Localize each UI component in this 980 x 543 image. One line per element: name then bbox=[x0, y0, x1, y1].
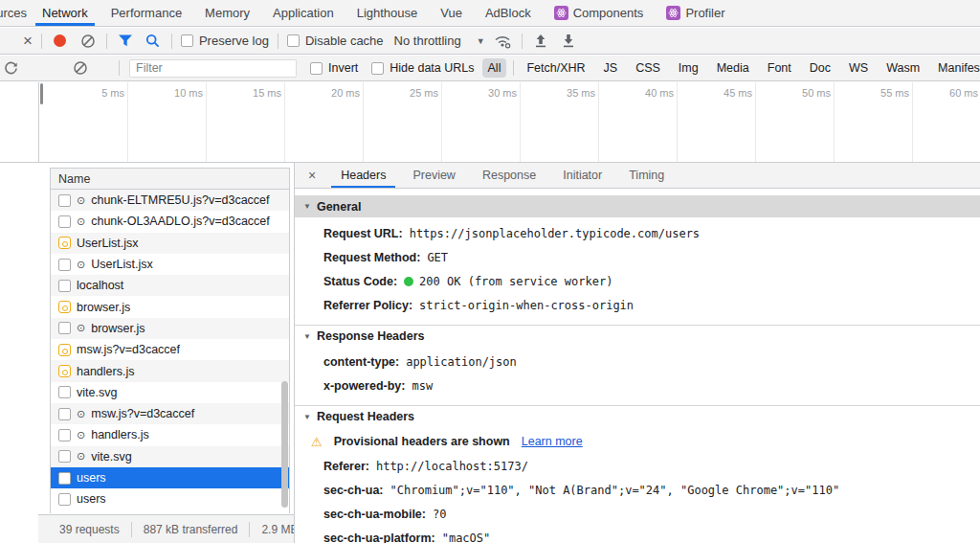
script-file-icon bbox=[58, 365, 71, 377]
tab-network[interactable]: Network bbox=[31, 0, 100, 26]
section-general[interactable]: ▼ General bbox=[295, 195, 980, 217]
invert-checkbox[interactable]: Invert bbox=[310, 61, 358, 75]
table-row[interactable]: ⊙vite.svg bbox=[51, 446, 289, 467]
tab-memory[interactable]: Memory bbox=[193, 0, 261, 26]
table-row[interactable]: ⊙chunk-ELTMRE5U.js?v=d3caccef bbox=[51, 190, 289, 211]
gear-icon: ⊙ bbox=[77, 195, 85, 206]
checkbox[interactable] bbox=[58, 493, 71, 506]
tab-profiler[interactable]: Profiler bbox=[655, 0, 736, 26]
tab-vue[interactable]: Vue bbox=[429, 0, 474, 26]
disable-cache-checkbox[interactable]: Disable cache bbox=[287, 34, 384, 48]
divider bbox=[106, 34, 107, 49]
table-row[interactable]: ⊙msw.js?v=d3caccef bbox=[51, 403, 289, 424]
checkbox[interactable] bbox=[58, 259, 71, 271]
type-filter-fetch-xhr[interactable]: Fetch/XHR bbox=[521, 58, 590, 78]
table-row[interactable]: msw.js?v=d3caccef bbox=[51, 339, 289, 360]
type-filter-media[interactable]: Media bbox=[711, 58, 755, 78]
preserve-log-checkbox[interactable]: Preserve log bbox=[181, 34, 269, 48]
type-filter-manifest[interactable]: Manifest bbox=[932, 58, 980, 78]
tab-response[interactable]: Response bbox=[469, 163, 549, 188]
table-row[interactable]: browser.js bbox=[51, 296, 289, 317]
type-filter-ws[interactable]: WS bbox=[843, 58, 874, 78]
checkbox[interactable] bbox=[58, 408, 71, 420]
time-tick: 60 ms bbox=[921, 87, 978, 99]
tab-application[interactable]: Application bbox=[261, 0, 345, 26]
type-filter-font[interactable]: Font bbox=[762, 58, 797, 78]
tab-components[interactable]: Components bbox=[543, 0, 656, 26]
header-row: Request URL: https://jsonplaceholder.typ… bbox=[295, 221, 980, 245]
checkbox[interactable] bbox=[58, 472, 71, 485]
checkbox[interactable] bbox=[58, 322, 71, 334]
gear-icon: ⊙ bbox=[77, 323, 85, 333]
network-filter-bar: Invert Hide data URLs All Fetch/XHR JS C… bbox=[0, 56, 980, 81]
table-row[interactable]: users bbox=[51, 488, 289, 509]
type-filter-css[interactable]: CSS bbox=[630, 58, 666, 78]
checkbox[interactable] bbox=[58, 194, 71, 207]
network-conditions-icon[interactable] bbox=[494, 32, 513, 51]
section-request-headers[interactable]: ▼ Request Headers bbox=[295, 405, 980, 427]
tab-sources-clipped[interactable]: Sources bbox=[0, 0, 31, 26]
checkbox[interactable] bbox=[181, 34, 193, 47]
filter-icon[interactable] bbox=[116, 32, 135, 51]
clear-icon[interactable] bbox=[78, 32, 98, 51]
record-icon[interactable] bbox=[51, 32, 70, 51]
type-filter-all[interactable]: All bbox=[482, 58, 507, 78]
tab-preview[interactable]: Preview bbox=[399, 163, 468, 188]
table-row[interactable]: ⊙UserList.jsx bbox=[51, 254, 289, 275]
checkbox[interactable] bbox=[58, 386, 71, 398]
import-har-icon[interactable] bbox=[531, 32, 550, 51]
table-row[interactable]: vite.svg bbox=[51, 382, 289, 403]
checkbox[interactable] bbox=[287, 34, 300, 47]
tab-initiator[interactable]: Initiator bbox=[549, 163, 615, 188]
throttling-select[interactable]: No throttling▼ bbox=[394, 34, 485, 48]
header-row: sec-ch-ua-mobile: ?0 bbox=[295, 502, 980, 526]
status-ok-icon bbox=[404, 277, 413, 286]
type-filter-img[interactable]: Img bbox=[673, 58, 704, 78]
table-row[interactable]: UserList.jsx bbox=[51, 233, 289, 254]
checkbox[interactable] bbox=[58, 450, 71, 463]
overview-scrollbar-thumb[interactable] bbox=[40, 83, 43, 104]
type-filter-js[interactable]: JS bbox=[598, 58, 624, 78]
time-tick: 35 ms bbox=[538, 87, 595, 99]
checkbox[interactable] bbox=[58, 280, 71, 292]
waterfall-overview[interactable]: 5 ms 10 ms 15 ms 20 ms 25 ms 30 ms 35 ms… bbox=[0, 82, 980, 163]
type-filter-doc[interactable]: Doc bbox=[804, 58, 836, 78]
filter-input[interactable] bbox=[129, 59, 297, 78]
name-column-header[interactable]: Name bbox=[51, 169, 289, 190]
divider bbox=[513, 60, 514, 76]
type-filter-wasm[interactable]: Wasm bbox=[880, 58, 925, 78]
checkbox[interactable] bbox=[58, 215, 71, 228]
export-har-icon[interactable] bbox=[559, 32, 578, 51]
header-row: Referer: http://localhost:5173/ bbox=[295, 454, 980, 478]
divider bbox=[119, 60, 120, 76]
block-icon[interactable] bbox=[71, 58, 90, 78]
close-details-icon[interactable]: × bbox=[295, 163, 327, 188]
section-response-headers[interactable]: ▼ Response Headers bbox=[295, 325, 980, 347]
tab-adblock[interactable]: AdBlock bbox=[474, 0, 543, 26]
tab-lighthouse[interactable]: Lighthouse bbox=[345, 0, 430, 26]
gear-icon: ⊙ bbox=[77, 451, 85, 462]
search-icon[interactable] bbox=[144, 32, 163, 51]
table-row[interactable]: localhost bbox=[51, 275, 289, 296]
request-type-filters: All Fetch/XHR JS CSS Img Media Font Doc … bbox=[482, 58, 980, 78]
close-icon[interactable]: × bbox=[23, 33, 33, 49]
tab-performance[interactable]: Performance bbox=[100, 0, 193, 26]
warning-icon: ⚠ bbox=[311, 436, 323, 448]
requests-scrollbar-thumb[interactable] bbox=[281, 381, 288, 508]
divider bbox=[171, 34, 172, 49]
divider bbox=[278, 34, 278, 49]
refresh-icon[interactable] bbox=[1, 58, 20, 78]
header-row: x-powered-by: msw bbox=[295, 373, 980, 397]
hide-data-urls-checkbox[interactable]: Hide data URLs bbox=[371, 61, 474, 75]
table-row[interactable]: handlers.js bbox=[51, 360, 289, 381]
table-row[interactable]: ⊙chunk-OL3AADLO.js?v=d3caccef bbox=[51, 211, 289, 232]
tab-network-label: Network bbox=[42, 6, 88, 20]
table-row-selected[interactable]: users bbox=[51, 467, 289, 488]
tab-timing[interactable]: Timing bbox=[615, 163, 678, 188]
checkbox[interactable] bbox=[58, 429, 71, 441]
request-details-panel: × Headers Preview Response Initiator Tim… bbox=[294, 163, 980, 543]
tab-headers[interactable]: Headers bbox=[327, 163, 399, 188]
learn-more-link[interactable]: Learn more bbox=[522, 435, 583, 448]
table-row[interactable]: ⊙handlers.js bbox=[51, 424, 289, 445]
table-row[interactable]: ⊙browser.js bbox=[51, 318, 289, 339]
